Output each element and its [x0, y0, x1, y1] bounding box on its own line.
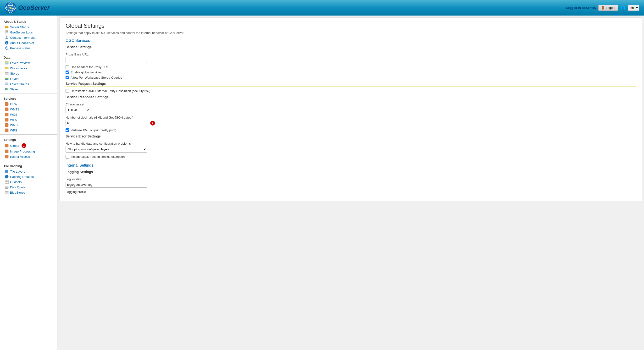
sidebar-item-csw[interactable]: CSW: [0, 101, 57, 107]
sidebar-item-tile-layers[interactable]: Tile Layers: [0, 169, 57, 174]
unrestricted-xml-label: Unrestricted XML External Entity Resolut…: [70, 89, 150, 93]
svg-rect-16: [5, 62, 8, 63]
sidebar-item-geoserver-logs[interactable]: GeoServer Logs: [0, 30, 57, 35]
sidebar-item-wms[interactable]: WMS: [0, 122, 57, 128]
sidebar-item-layers[interactable]: Layers: [0, 76, 57, 81]
service-response-divider: [66, 100, 636, 100]
service-response-title: Service Response Settings: [66, 95, 636, 99]
svg-rect-27: [5, 102, 8, 106]
logging-profile-group: Logging profile: [66, 190, 636, 194]
sidebar-item-caching-defaults[interactable]: Caching Defaults: [0, 174, 57, 179]
globe-icon: 🌐: [620, 5, 626, 10]
sidebar-item-layer-preview[interactable]: Layer Preview: [0, 60, 57, 65]
main-content: Global Settings Settings that apply to a…: [58, 15, 644, 350]
sidebar-item-disk-quota[interactable]: Disk Quota: [0, 185, 57, 190]
character-set-select[interactable]: UTF-8 ISO-8859-1 US-ASCII: [66, 107, 90, 113]
svg-point-10: [6, 36, 8, 37]
svg-rect-24: [6, 83, 8, 83]
layer-preview-icon: [5, 61, 8, 65]
gridsets-icon: [5, 180, 8, 184]
language-select[interactable]: en fr de: [628, 5, 639, 11]
internal-section-title: Internal Settings: [66, 163, 636, 168]
workspaces-icon: [5, 66, 8, 70]
global-settings-icon: [5, 144, 8, 147]
unrestricted-xml-checkbox[interactable]: [66, 89, 69, 93]
sidebar-item-image-processing[interactable]: Image Processing: [0, 149, 57, 154]
about-icon: [5, 41, 8, 45]
logging-profile-label: Logging profile: [66, 190, 636, 194]
geoserver-logo-icon: [5, 2, 16, 14]
sidebar-item-stores[interactable]: Stores: [0, 71, 57, 76]
sidebar-item-raster-access[interactable]: Raster Access: [0, 154, 57, 159]
page-subtitle: Settings that apply to all OGC services …: [66, 31, 636, 35]
service-request-title: Service Request Settings: [66, 82, 636, 86]
sidebar-item-process-status[interactable]: Process status: [0, 45, 57, 51]
sidebar-section-about: About & Status: [0, 18, 57, 24]
use-headers-row: Use headers for Proxy URL: [66, 65, 636, 69]
sidebar-item-global[interactable]: Global 1: [0, 142, 57, 149]
sidebar-item-wcs[interactable]: WCS: [0, 112, 57, 117]
stores-icon: [5, 71, 8, 75]
wps-icon: [5, 128, 8, 132]
svg-rect-20: [5, 79, 8, 80]
tile-layers-icon: [5, 169, 8, 173]
sidebar-item-gridsets[interactable]: Gridsets: [0, 179, 57, 185]
proxy-base-url-input[interactable]: [66, 57, 147, 63]
logout-button[interactable]: 🚪 Logout: [598, 5, 618, 11]
verbose-xml-checkbox[interactable]: [66, 128, 69, 132]
wcs-icon: [5, 113, 8, 116]
num-decimals-label: Number of decimals (GML and GeoJSON outp…: [66, 116, 636, 119]
ogc-section-title: OGC Services: [66, 38, 636, 43]
verbose-xml-label: Verbose XML output (pretty print): [70, 128, 116, 132]
log-location-label: Log location: [66, 177, 636, 181]
how-to-handle-select[interactable]: Skipping misconfigured layers Halt on al…: [66, 146, 147, 153]
sidebar-item-wfs[interactable]: WFS: [0, 117, 57, 122]
sidebar-item-blobstores[interactable]: BlobStores: [0, 190, 57, 195]
disk-quota-icon: [5, 185, 8, 189]
header-right: Logged in as admin. 🚪 Logout 🌐 en fr de: [566, 5, 639, 11]
num-decimals-input[interactable]: [66, 120, 147, 126]
log-location-input[interactable]: [66, 182, 147, 188]
svg-rect-38: [5, 170, 7, 171]
sidebar-item-layer-groups[interactable]: Layer Groups: [0, 81, 57, 86]
svg-rect-17: [5, 61, 8, 62]
sidebar-item-workspaces[interactable]: Workspaces: [0, 65, 57, 71]
raster-access-icon: [5, 155, 8, 158]
num-decimals-badge: 2: [150, 121, 155, 125]
logout-icon: 🚪: [601, 6, 605, 9]
allow-per-workspace-row: Allow Per-Workspace Stored Queries: [66, 76, 636, 79]
sidebar-item-wps[interactable]: WPS: [0, 128, 57, 133]
unrestricted-xml-row: Unrestricted XML External Entity Resolut…: [66, 89, 636, 93]
sidebar-item-server-status[interactable]: Server Status: [0, 24, 57, 30]
svg-rect-37: [7, 171, 8, 173]
sidebar-section-settings: Settings: [0, 136, 57, 142]
svg-point-12: [6, 42, 7, 42]
sidebar-item-wmts[interactable]: WMTS: [0, 107, 57, 112]
enable-global-checkbox[interactable]: [66, 70, 69, 74]
svg-point-46: [5, 186, 8, 187]
stack-trace-checkbox[interactable]: [66, 155, 69, 158]
enable-global-row: Enable global services: [66, 70, 636, 74]
how-to-handle-label: How to handle data and configuration pro…: [66, 142, 636, 145]
svg-rect-19: [5, 72, 8, 73]
use-headers-checkbox[interactable]: [66, 65, 69, 69]
sidebar-item-contact-info[interactable]: Contact Information: [0, 35, 57, 40]
service-error-divider: [66, 139, 636, 139]
sidebar-section-services: Services: [0, 95, 57, 101]
svg-rect-34: [5, 150, 8, 153]
svg-point-26: [6, 88, 8, 90]
global-badge: 1: [22, 143, 26, 148]
svg-rect-15: [5, 63, 8, 64]
sidebar-item-styles[interactable]: Styles: [0, 86, 57, 92]
process-icon: [5, 46, 8, 50]
svg-rect-28: [5, 108, 8, 111]
svg-rect-13: [6, 43, 7, 44]
allow-per-workspace-checkbox[interactable]: [66, 76, 69, 79]
wms-icon: [5, 123, 8, 127]
svg-rect-48: [5, 191, 8, 192]
sidebar-item-about-geoserver[interactable]: About GeoServer: [0, 40, 57, 45]
styles-icon: [5, 87, 8, 91]
stack-trace-row: Include stack trace in service exception: [66, 155, 636, 158]
verbose-xml-row: Verbose XML output (pretty print): [66, 128, 636, 132]
image-processing-icon: [5, 149, 8, 153]
